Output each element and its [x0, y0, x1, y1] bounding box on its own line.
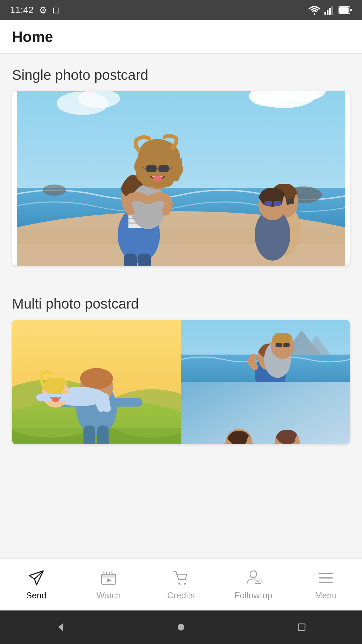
svg-rect-76 [276, 343, 282, 347]
svg-rect-40 [286, 199, 294, 204]
svg-rect-48 [12, 91, 17, 266]
svg-rect-3 [329, 8, 331, 15]
svg-rect-78 [181, 382, 350, 444]
bottom-nav: Send Watch Credits [0, 558, 362, 610]
nav-label-menu: Menu [315, 590, 337, 601]
single-photo-section: Single photo postcard [0, 54, 362, 282]
nav-item-credits[interactable]: Credits [145, 559, 217, 610]
svg-rect-56 [83, 426, 95, 444]
nav-label-watch: Watch [97, 590, 121, 601]
single-photo-title: Single photo postcard [12, 67, 350, 83]
svg-rect-20 [124, 254, 137, 266]
svg-rect-31 [146, 165, 157, 172]
svg-point-67 [52, 397, 59, 402]
svg-rect-21 [138, 254, 151, 266]
watch-icon [100, 569, 118, 587]
nav-item-watch[interactable]: Watch [72, 559, 145, 610]
svg-marker-97 [58, 623, 63, 631]
nav-label-send: Send [26, 590, 47, 601]
svg-point-98 [178, 624, 184, 631]
svg-point-0 [314, 13, 315, 15]
svg-rect-2 [327, 10, 328, 15]
single-photo-card[interactable] [12, 91, 350, 266]
credits-icon [172, 569, 190, 587]
svg-point-61 [80, 368, 113, 389]
battery-icon [339, 6, 352, 14]
multi-photo-cell-3 [181, 382, 350, 444]
signal-icon [324, 5, 335, 15]
svg-rect-57 [97, 426, 109, 444]
followup-icon [244, 569, 262, 587]
status-right [308, 5, 352, 15]
multi-photo-grid [12, 320, 350, 444]
nav-label-followup: Follow-up [235, 590, 273, 601]
nav-item-send[interactable]: Send [0, 559, 72, 610]
wifi-icon [308, 5, 320, 15]
menu-icon [317, 569, 335, 587]
nav-item-followup[interactable]: Follow-up [217, 559, 290, 610]
svg-marker-89 [107, 578, 112, 582]
settings-icon: ⚙ [39, 5, 47, 16]
nav-label-credits: Credits [167, 590, 195, 601]
svg-rect-93 [255, 579, 261, 584]
svg-rect-84 [102, 574, 116, 578]
svg-point-29 [130, 184, 166, 229]
svg-rect-77 [283, 343, 290, 347]
svg-rect-6 [339, 7, 349, 13]
svg-rect-4 [331, 6, 333, 15]
time-display: 11:42 [10, 5, 34, 15]
single-photo-image [12, 91, 350, 266]
nav-item-menu[interactable]: Menu [290, 559, 362, 610]
multi-photo-section: Multi photo postcard [0, 282, 362, 451]
svg-rect-99 [298, 624, 305, 631]
svg-point-18 [43, 184, 66, 196]
system-nav-bar [0, 610, 362, 644]
send-icon [27, 569, 45, 587]
sim-icon: ▤ [53, 6, 60, 14]
svg-point-91 [184, 583, 186, 585]
status-left: 11:42 ⚙ ▤ [10, 5, 60, 16]
multi-photo-cell-1 [12, 320, 181, 444]
top-bar: Home [0, 20, 362, 54]
multi-photo-title: Multi photo postcard [12, 296, 350, 312]
svg-point-36 [153, 176, 162, 182]
svg-rect-45 [274, 201, 281, 206]
svg-rect-16 [12, 244, 350, 266]
svg-rect-1 [324, 12, 326, 15]
multi-photo-card[interactable] [12, 320, 350, 444]
svg-rect-32 [159, 165, 169, 172]
home-button[interactable] [171, 617, 191, 637]
svg-rect-49 [345, 91, 350, 266]
multi-photo-cell-2 [181, 320, 350, 382]
status-bar: 11:42 ⚙ ▤ [0, 0, 362, 20]
svg-point-92 [250, 571, 257, 578]
main-content: Single photo postcard [0, 54, 362, 558]
back-button[interactable] [50, 617, 70, 637]
svg-rect-7 [350, 9, 352, 11]
svg-point-90 [178, 583, 180, 585]
page-title: Home [12, 29, 53, 45]
recents-button[interactable] [292, 617, 312, 637]
svg-rect-44 [264, 201, 272, 206]
